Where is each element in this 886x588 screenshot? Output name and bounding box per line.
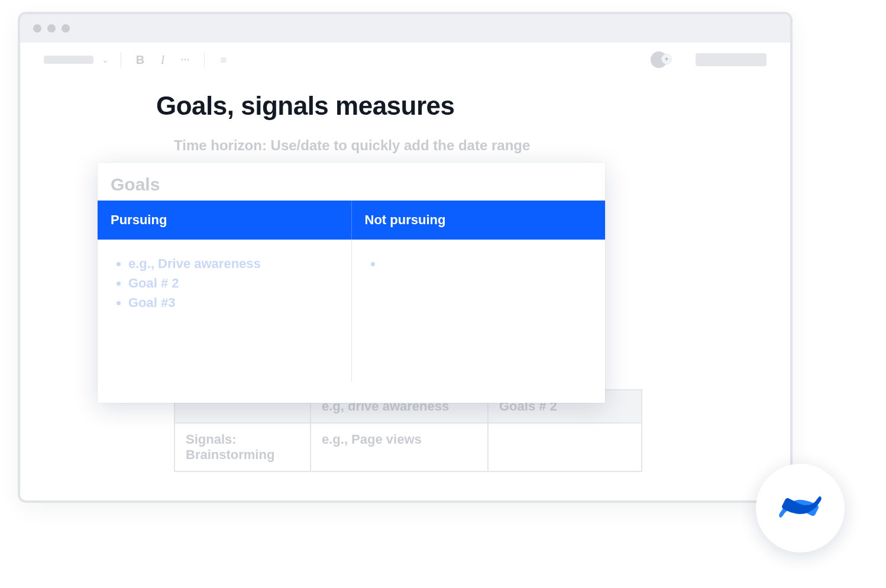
window-minimize-dot[interactable] xyxy=(47,24,56,33)
toolbar-separator xyxy=(204,52,205,67)
align-button[interactable]: ≡ xyxy=(216,53,231,67)
more-formatting-button[interactable]: ··· xyxy=(178,53,192,67)
page-title: Goals, signals measures xyxy=(156,91,755,121)
confluence-icon xyxy=(777,484,823,532)
list-item[interactable]: Goal # 2 xyxy=(128,273,338,293)
bold-button[interactable]: B xyxy=(133,53,147,67)
add-collaborator-button[interactable]: + xyxy=(661,54,672,64)
goals-heading: Goals xyxy=(98,163,605,201)
style-selector[interactable] xyxy=(44,56,93,64)
table-row: e.g., Drive awareness Goal # 2 Goal #3 xyxy=(98,240,605,382)
goals-table[interactable]: Pursuing Not pursuing e.g., Drive awaren… xyxy=(98,201,605,382)
table-row: Pursuing Not pursuing xyxy=(98,201,605,240)
not-pursuing-list xyxy=(365,254,593,273)
window-maximize-dot[interactable] xyxy=(62,24,70,33)
editor-toolbar: ⌄ B I ··· ≡ + xyxy=(20,43,790,77)
window-close-dot[interactable] xyxy=(33,24,41,33)
italic-button[interactable]: I xyxy=(156,53,170,67)
list-item[interactable]: Goal #3 xyxy=(128,293,338,312)
publish-button[interactable] xyxy=(696,53,767,66)
user-avatar[interactable]: + xyxy=(651,51,667,68)
table-row: Signals: Brainstorming e.g., Page views xyxy=(174,423,642,471)
list-item[interactable] xyxy=(383,254,593,273)
table-cell[interactable]: e.g., Page views xyxy=(311,423,488,471)
list-item[interactable]: e.g., Drive awareness xyxy=(128,254,338,273)
time-horizon-hint: Time horizon: Use/date to quickly add th… xyxy=(174,137,755,154)
column-header-not-pursuing: Not pursuing xyxy=(351,201,605,240)
pursuing-list: e.g., Drive awareness Goal # 2 Goal #3 xyxy=(111,254,338,312)
window-titlebar xyxy=(20,14,790,43)
pursuing-cell[interactable]: e.g., Drive awareness Goal # 2 Goal #3 xyxy=(98,240,351,382)
toolbar-separator xyxy=(121,52,121,67)
table-cell[interactable]: Signals: Brainstorming xyxy=(174,423,311,471)
confluence-logo-badge xyxy=(756,464,845,553)
not-pursuing-cell[interactable] xyxy=(351,240,605,382)
chevron-down-icon[interactable]: ⌄ xyxy=(102,55,109,64)
column-header-pursuing: Pursuing xyxy=(98,201,351,240)
goals-popover[interactable]: Goals Pursuing Not pursuing e.g., Drive … xyxy=(98,163,605,403)
table-cell[interactable] xyxy=(488,423,642,471)
